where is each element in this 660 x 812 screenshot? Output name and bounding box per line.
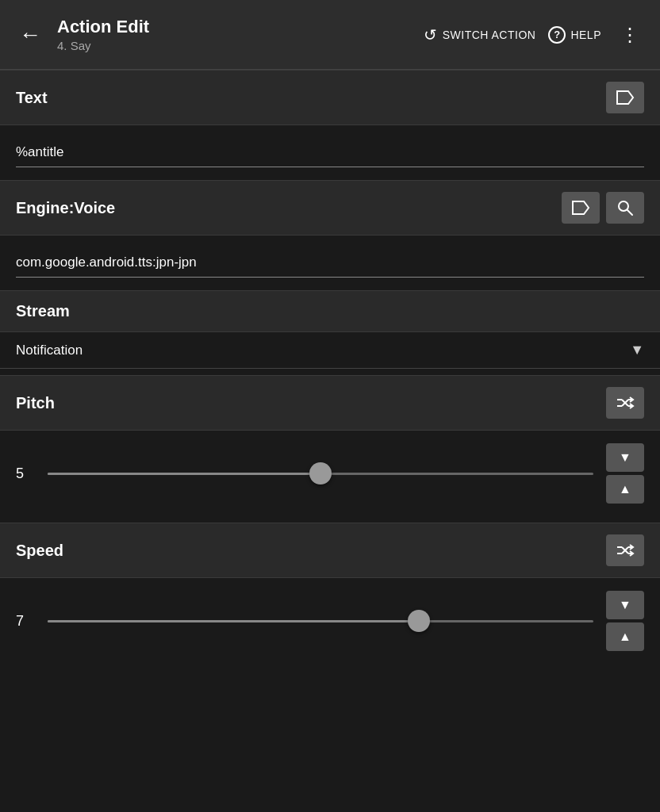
pitch-slider-row: 5 ▼ ▲ xyxy=(0,431,660,516)
pitch-slider-container xyxy=(48,458,593,489)
header: ← Action Edit 4. Say ↺ SWITCH ACTION ? H… xyxy=(0,0,660,70)
pitch-section-icons xyxy=(606,387,644,419)
engine-voice-input[interactable] xyxy=(16,248,644,278)
speed-section-icons xyxy=(606,534,644,566)
back-button[interactable]: ← xyxy=(13,19,48,51)
speed-section-header: Speed xyxy=(0,523,660,578)
pitch-increase-button[interactable]: ▲ xyxy=(606,475,644,504)
engine-voice-input-row xyxy=(0,236,660,284)
speed-slider-thumb[interactable] xyxy=(408,610,430,632)
stream-dropdown-row[interactable]: Notification ▼ xyxy=(0,332,660,369)
header-actions: ↺ SWITCH ACTION ? HELP ⋮ xyxy=(424,21,647,49)
speed-shuffle-button[interactable] xyxy=(606,534,644,566)
pitch-shuffle-button[interactable] xyxy=(606,387,644,419)
pitch-slider-track xyxy=(48,473,593,475)
text-label: Text xyxy=(16,89,48,107)
pitch-chevron-up-icon: ▲ xyxy=(619,482,631,496)
stream-label: Stream xyxy=(16,302,70,320)
speed-slider-buttons: ▼ ▲ xyxy=(606,591,644,651)
pitch-slider-buttons: ▼ ▲ xyxy=(606,443,644,504)
pitch-slider-thumb[interactable] xyxy=(309,462,332,485)
speed-value: 7 xyxy=(16,613,35,630)
switch-action-icon: ↺ xyxy=(424,25,438,44)
engine-voice-section-icons xyxy=(562,192,644,224)
help-icon: ? xyxy=(548,26,566,44)
speed-slider-track xyxy=(48,620,593,622)
speed-chevron-up-icon: ▲ xyxy=(619,630,631,644)
pitch-value: 5 xyxy=(16,465,35,482)
speed-slider-container xyxy=(48,605,593,637)
speed-increase-button[interactable]: ▲ xyxy=(606,622,644,651)
speed-label: Speed xyxy=(16,542,63,560)
pitch-chevron-down-icon: ▼ xyxy=(619,450,631,465)
page-subtitle: 4. Say xyxy=(57,39,414,52)
engine-tag-button[interactable] xyxy=(562,192,600,224)
pitch-section-header: Pitch xyxy=(0,375,660,431)
speed-decrease-button[interactable]: ▼ xyxy=(606,591,644,619)
header-title-group: Action Edit 4. Say xyxy=(57,17,414,52)
help-label: HELP xyxy=(570,29,601,41)
pitch-decrease-button[interactable]: ▼ xyxy=(606,443,644,472)
engine-tag-icon xyxy=(571,200,590,216)
search-icon xyxy=(616,199,634,216)
pitch-shuffle-icon xyxy=(616,395,635,411)
svg-point-0 xyxy=(619,201,628,211)
svg-line-1 xyxy=(627,210,632,215)
pitch-slider-fill xyxy=(48,473,320,475)
stream-section-header: Stream xyxy=(0,290,660,332)
help-button[interactable]: ? HELP xyxy=(548,26,601,44)
more-options-button[interactable]: ⋮ xyxy=(614,21,647,49)
text-input-row xyxy=(0,125,660,174)
switch-action-button[interactable]: ↺ SWITCH ACTION xyxy=(424,25,535,44)
speed-shuffle-icon xyxy=(616,542,635,558)
text-tag-button[interactable] xyxy=(606,82,644,113)
speed-slider-row: 7 ▼ ▲ xyxy=(0,578,660,664)
engine-search-button[interactable] xyxy=(606,192,644,224)
speed-chevron-down-icon: ▼ xyxy=(619,598,631,612)
engine-voice-section-header: Engine:Voice xyxy=(0,180,660,236)
text-section-icons xyxy=(606,82,644,113)
page-title: Action Edit xyxy=(57,17,414,37)
text-section-header: Text xyxy=(0,70,660,125)
stream-selected-value: Notification xyxy=(16,343,82,358)
engine-voice-label: Engine:Voice xyxy=(16,199,115,217)
pitch-label: Pitch xyxy=(16,394,55,412)
text-input[interactable] xyxy=(16,138,644,167)
speed-slider-fill xyxy=(48,620,419,622)
switch-action-label: SWITCH ACTION xyxy=(443,29,536,41)
stream-dropdown-arrow: ▼ xyxy=(630,342,644,358)
tag-icon xyxy=(616,90,635,105)
